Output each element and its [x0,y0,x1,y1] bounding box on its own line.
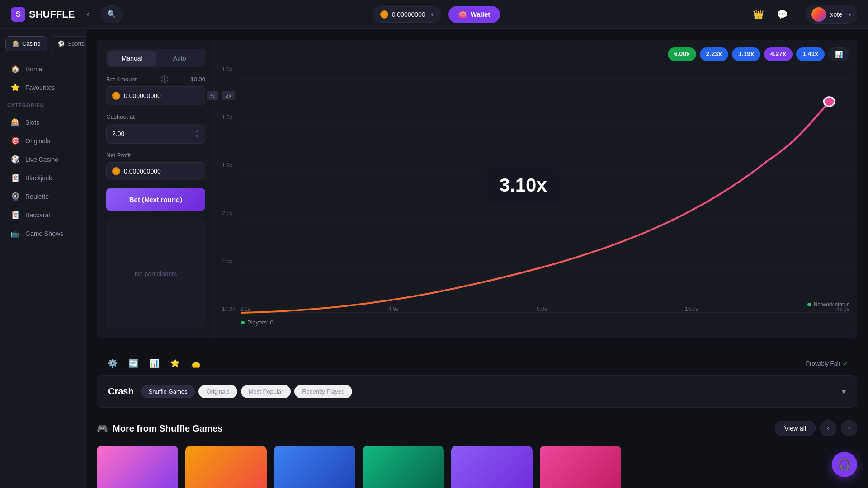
multiplier-pill-chart[interactable]: 📊 [828,47,849,61]
avatar [811,7,826,22]
wallet-icon: 👛 [458,10,467,19]
favourites-label: Favourites [25,84,55,91]
auto-tab[interactable]: Auto [156,51,204,66]
user-menu[interactable]: xote ▾ [806,5,857,24]
crash-section: Crash Shuffle Games Originals Most Popul… [97,375,857,408]
sidebar-toggle-button[interactable]: ‹ [84,7,92,22]
bet-amount-label: Bet Amount i $0.00 [106,75,205,83]
multiplier-pill-4[interactable]: 1.41x [796,47,825,61]
logo-text: SHUFFLE [29,9,75,20]
next-arrow-button[interactable]: › [841,420,857,436]
header-right: 👑 💬 xote ▾ [750,5,857,24]
wallet-ctrl-icon[interactable]: 👝 [189,357,203,370]
multiplier-pill-2[interactable]: 1.19x [732,47,760,61]
net-profit-label: Net Profit [106,152,205,159]
bet-controls: Manual Auto Bet Amount i $0.00 ½ 2x [97,40,215,338]
cashout-down-arrow[interactable]: ▼ [195,134,199,139]
y-label-0: 14.9x [222,306,240,312]
sidebar-item-originals[interactable]: 🎯 Originals [4,132,82,150]
bet-button[interactable]: Bet (Next round) [106,188,205,211]
sidebar-item-game-shows[interactable]: 📺 Game Shows [4,225,82,242]
sidebar-item-roulette[interactable]: 🎡 Roulette [4,188,82,205]
multiplier-pill-3[interactable]: 4.27x [764,47,793,61]
net-profit-group: Net Profit 0.000000000 [106,152,205,180]
net-profit-value: 0.000000000 [124,168,199,175]
game-shows-icon: 📺 [11,229,20,238]
slots-label: Slots [25,119,39,126]
y-axis-labels: 14.9x 4.5x 2.7x 1.9x 1.5x 1.0x [222,66,240,312]
support-button[interactable]: 🎧 [832,452,857,477]
sidebar-item-slots[interactable]: 🎰 Slots [4,113,82,131]
baccarat-icon: 🃏 [11,211,20,219]
crash-tab-shuffle[interactable]: Shuffle Games [141,385,195,398]
multiplier-pill-0[interactable]: 6.00x [668,47,696,61]
star-icon[interactable]: ⭐ [168,357,182,370]
user-chevron-icon: ▾ [849,11,851,18]
multiplier-value: 3.10x [500,174,547,196]
chart-icon[interactable]: 📊 [147,357,161,370]
sports-label: Sports [67,40,85,47]
game-card-3[interactable] [274,446,355,488]
game-card-1[interactable] [97,446,178,488]
bet-amount-input[interactable] [124,92,203,99]
more-title: 🎮 More from Shuffle Games [97,423,222,434]
no-participants: No participants [106,219,205,328]
refresh-icon[interactable]: 🔄 [127,357,140,370]
live-casino-label: Live Casino [25,156,58,163]
crash-section-header: Crash Shuffle Games Originals Most Popul… [108,385,846,398]
y-label-1: 4.5x [222,258,240,264]
net-profit-row: 0.000000000 [106,162,205,180]
crash-tab-originals[interactable]: Originals [198,385,237,398]
live-casino-icon: 🎲 [11,155,20,164]
game-card-4[interactable] [363,446,444,488]
cashout-input-row[interactable]: 2.00 ▲ ▼ [106,124,205,144]
header-center: 0.00000000 ▾ 👛 Wallet [373,6,500,23]
x-label-3: 15.7s [685,306,698,312]
view-all-button[interactable]: View all [775,421,816,436]
prev-arrow-button[interactable]: ‹ [820,420,836,436]
sidebar-item-live-casino[interactable]: 🎲 Live Casino [4,150,82,168]
game-card-2[interactable] [185,446,267,488]
game-controls-bar: ⚙️ 🔄 📊 ⭐ 👝 Provably Fair ✓ [97,351,857,375]
sidebar-item-favourites[interactable]: ⭐ Favourites [4,79,82,96]
provably-fair[interactable]: Provably Fair ✓ [806,360,848,367]
cashout-arrows: ▲ ▼ [195,129,199,139]
balance-pill[interactable]: 0.00000000 ▾ [373,6,441,23]
layout: 🎰 Casino ⚽ Sports 🏠 Home ⭐ Favourites Ca… [0,29,868,488]
settings-icon[interactable]: ⚙️ [106,357,119,370]
crash-tab-popular[interactable]: Most Popular [241,385,291,398]
multiplier-pills: 6.00x 2.23x 1.19x 4.27x 1.41x 📊 [222,47,849,61]
header-left: S SHUFFLE ‹ 🔍 [11,5,123,23]
more-header: 🎮 More from Shuffle Games View all ‹ › [97,420,857,436]
bet-amount-group: Bet Amount i $0.00 ½ 2x [106,75,205,105]
crash-tab-recently-played[interactable]: Recently Played [294,385,352,398]
crash-collapse-button[interactable]: ▾ [842,387,846,397]
sidebar-item-baccarat[interactable]: 🃏 Baccarat [4,206,82,224]
categories-label: Categories [0,103,85,108]
chat-button[interactable]: 💬 [774,6,791,23]
cashout-group: Cashout at 2.00 ▲ ▼ [106,113,205,144]
wallet-button[interactable]: 👛 Wallet [448,6,500,23]
cashout-up-arrow[interactable]: ▲ [195,129,199,133]
manual-tab[interactable]: Manual [108,51,156,66]
sidebar-item-home[interactable]: 🏠 Home [4,60,82,78]
crash-title: Crash [108,386,134,397]
favourites-icon: ⭐ [11,83,20,92]
username: xote [830,11,842,18]
game-card-6[interactable] [540,446,621,488]
multiplier-pill-1[interactable]: 2.23x [700,47,728,61]
baccarat-label: Baccarat [25,211,50,219]
casino-mode-button[interactable]: 🎰 Casino [5,36,47,51]
bet-amount-input-row: ½ 2x [106,86,205,105]
sports-mode-button[interactable]: ⚽ Sports [51,36,86,51]
network-status-dot [807,303,811,306]
sidebar-item-blackjack[interactable]: 🃏 Blackjack [4,169,82,187]
search-button[interactable]: 🔍 [101,5,123,23]
game-card-5[interactable] [451,446,533,488]
bet-amount-info-icon[interactable]: i [161,75,168,83]
balance-chevron-icon: ▾ [431,11,434,18]
home-icon: 🏠 [11,65,20,73]
net-profit-coin-icon [112,167,120,175]
chart-area: 14.9x 4.5x 2.7x 1.9x 1.5x 1.0x [222,66,849,330]
crown-button[interactable]: 👑 [750,6,767,23]
